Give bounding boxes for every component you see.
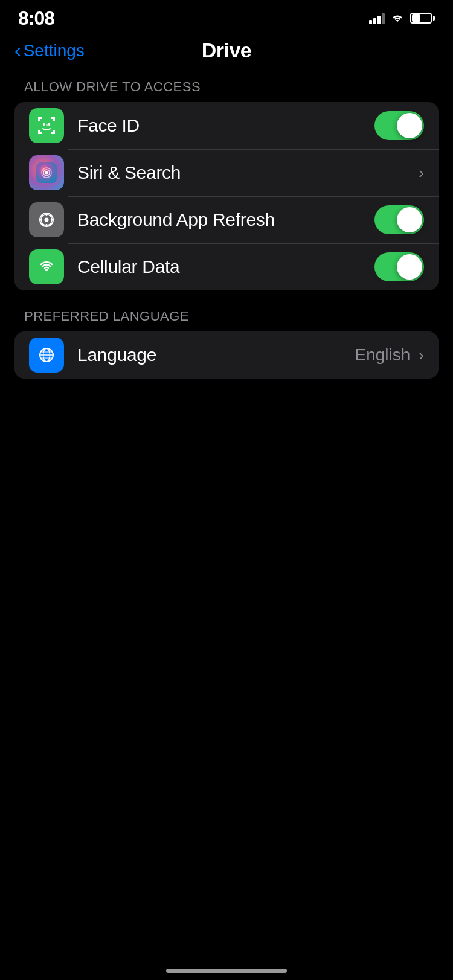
cellular-data-toggle-knob <box>397 254 422 280</box>
cellular-data-row[interactable]: Cellular Data <box>14 243 439 290</box>
allow-access-group: Face ID <box>14 102 439 290</box>
face-id-icon <box>29 108 64 143</box>
svg-rect-10 <box>47 124 48 126</box>
svg-rect-16 <box>46 213 48 216</box>
face-id-label: Face ID <box>77 115 374 136</box>
svg-rect-4 <box>38 117 40 121</box>
allow-access-section: ALLOW DRIVE TO ACCESS <box>0 79 453 290</box>
face-id-toggle[interactable] <box>374 111 424 140</box>
svg-rect-9 <box>48 123 50 126</box>
back-chevron-icon: ‹ <box>14 40 21 60</box>
signal-bars-icon <box>369 12 385 24</box>
svg-point-15 <box>45 218 49 222</box>
siri-search-row[interactable]: Siri & Search › <box>14 149 439 196</box>
svg-rect-19 <box>51 219 53 221</box>
svg-point-14 <box>45 171 48 175</box>
background-refresh-label: Background App Refresh <box>77 210 374 230</box>
background-refresh-icon <box>29 202 64 237</box>
wifi-icon <box>391 13 404 23</box>
settings-content: ALLOW DRIVE TO ACCESS <box>0 73 453 403</box>
background-refresh-row[interactable]: Background App Refresh <box>14 196 439 243</box>
navigation-bar: ‹ Settings Drive <box>0 33 453 73</box>
svg-rect-8 <box>43 123 45 126</box>
status-bar: 8:08 <box>0 0 453 33</box>
background-refresh-toggle[interactable] <box>374 205 424 234</box>
siri-search-control: › <box>416 164 424 182</box>
language-value: English <box>355 345 410 365</box>
siri-icon <box>29 155 64 190</box>
svg-rect-6 <box>38 130 40 134</box>
allow-access-header: ALLOW DRIVE TO ACCESS <box>0 79 453 102</box>
language-row[interactable]: Language English › <box>14 331 439 379</box>
language-control: English › <box>355 345 424 365</box>
preferred-language-group: Language English › <box>14 331 439 379</box>
cellular-data-icon <box>29 249 64 284</box>
face-id-row[interactable]: Face ID <box>14 102 439 149</box>
background-refresh-toggle-knob <box>397 207 422 232</box>
svg-rect-18 <box>40 219 42 221</box>
home-indicator <box>166 969 287 973</box>
siri-search-chevron-icon: › <box>419 164 424 182</box>
status-icons <box>369 12 435 24</box>
cellular-data-label: Cellular Data <box>77 257 374 277</box>
preferred-language-header: PREFERRED LANGUAGE <box>0 309 453 331</box>
language-icon <box>29 338 64 373</box>
status-time: 8:08 <box>18 7 54 30</box>
face-id-toggle-knob <box>397 113 422 138</box>
svg-rect-7 <box>53 130 55 134</box>
battery-icon <box>410 13 435 24</box>
svg-point-24 <box>45 269 48 271</box>
language-chevron-icon: › <box>419 346 424 365</box>
back-button[interactable]: ‹ Settings <box>14 41 85 60</box>
face-id-control <box>374 111 424 140</box>
language-label: Language <box>77 345 355 365</box>
cellular-data-toggle[interactable] <box>374 252 424 281</box>
siri-search-label: Siri & Search <box>77 162 416 183</box>
svg-rect-17 <box>46 224 48 226</box>
cellular-data-control <box>374 252 424 281</box>
svg-rect-5 <box>53 117 55 121</box>
background-refresh-control <box>374 205 424 234</box>
back-label: Settings <box>24 41 85 60</box>
page-title: Drive <box>202 39 252 62</box>
preferred-language-section: PREFERRED LANGUAGE Language <box>0 309 453 379</box>
